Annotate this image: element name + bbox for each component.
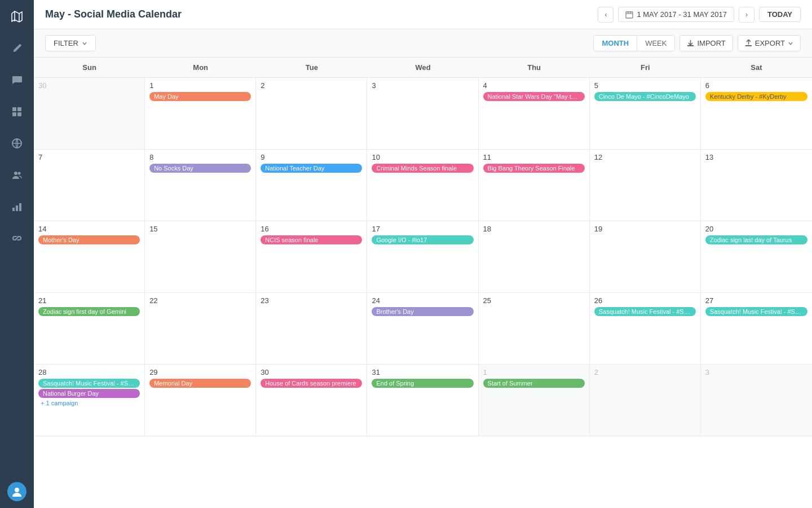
calendar-cell: 10Criminal Minds Season finale — [367, 150, 478, 221]
event-pill[interactable]: Cinco De Mayo - #CincoDeMayo — [594, 92, 696, 101]
globe-icon[interactable] — [7, 133, 27, 154]
day-number: 24 — [372, 296, 473, 305]
export-button[interactable]: EXPORT — [738, 35, 801, 51]
top-header: May - Social Media Calendar ‹ 1 MAY 2017… — [34, 0, 812, 29]
event-pill[interactable]: Start of Summer — [483, 379, 585, 388]
event-pill[interactable]: Google I/O - #io17 — [372, 235, 473, 244]
day-header-tue: Tue — [256, 58, 367, 77]
team-icon[interactable] — [7, 165, 27, 185]
event-pill[interactable]: Mother's Day — [38, 235, 140, 244]
chart-icon[interactable] — [7, 196, 27, 217]
event-pill[interactable]: End of Spring — [372, 379, 473, 388]
date-range-label: 1 MAY 2017 - 31 MAY 2017 — [637, 10, 726, 19]
calendar: SunMonTueWedThuFriSat 301May Day234Natio… — [34, 58, 812, 508]
link-icon[interactable] — [7, 228, 27, 248]
today-button[interactable]: TODAY — [759, 7, 801, 22]
calendar-cell: 6Kentucky Derby - #KyDerby — [701, 78, 812, 150]
user-avatar[interactable] — [7, 482, 27, 501]
event-pill[interactable]: Zodiac sign first day of Gemini — [38, 307, 140, 316]
calendar-cell: 23 — [256, 293, 367, 365]
event-pill[interactable]: Brother's Day — [372, 307, 473, 316]
day-number: 26 — [594, 296, 696, 305]
day-number: 21 — [38, 296, 140, 305]
svg-rect-9 — [19, 203, 21, 211]
event-pill[interactable]: National Teacher Day — [261, 164, 362, 173]
calendar-cell: 26Sasquatch! Music Festival - #Sasquatch… — [590, 293, 701, 365]
calendar-grid: 301May Day234National Star Wars Day "May… — [34, 78, 812, 508]
calendar-cell: 15 — [145, 221, 256, 293]
svg-rect-8 — [16, 205, 18, 211]
calendar-cell: 12 — [590, 150, 701, 221]
calendar-cell: 18 — [479, 221, 590, 293]
next-month-button[interactable]: › — [739, 7, 754, 23]
more-campaigns-link[interactable]: + 1 campaign — [38, 399, 140, 407]
event-pill[interactable]: NCIS season finale — [261, 235, 362, 244]
calendar-cell: 14Mother's Day — [34, 221, 145, 293]
event-pill[interactable]: House of Cards season premiere — [261, 379, 362, 388]
event-pill[interactable]: No Socks Day — [149, 164, 251, 173]
filter-button[interactable]: FILTER — [45, 35, 96, 51]
day-header-wed: Wed — [367, 58, 478, 77]
main-content: May - Social Media Calendar ‹ 1 MAY 2017… — [34, 0, 812, 508]
calendar-icon — [625, 11, 633, 19]
calendar-days-header: SunMonTueWedThuFriSat — [34, 58, 812, 78]
calendar-cell: 13 — [701, 150, 812, 221]
calendar-cell: 8No Socks Day — [145, 150, 256, 221]
day-number: 17 — [372, 225, 473, 233]
event-pill[interactable]: National Star Wars Day "May the 4th Be W… — [483, 92, 585, 101]
calendar-cell: 29Memorial Day — [145, 365, 256, 436]
event-pill[interactable]: Big Bang Theory Season Finale — [483, 164, 585, 173]
svg-rect-12 — [626, 12, 633, 18]
date-range-button[interactable]: 1 MAY 2017 - 31 MAY 2017 — [618, 7, 734, 22]
day-number: 5 — [594, 81, 696, 90]
box-icon[interactable] — [7, 102, 27, 122]
day-number: 18 — [483, 225, 585, 233]
day-number: 13 — [705, 153, 807, 161]
calendar-cell: 1May Day — [145, 78, 256, 150]
comments-icon[interactable] — [7, 70, 27, 90]
day-number: 1 — [149, 81, 251, 90]
day-header-mon: Mon — [145, 58, 256, 77]
day-number: 25 — [483, 296, 585, 305]
day-number: 3 — [372, 81, 473, 90]
day-number: 3 — [705, 368, 807, 376]
day-number: 28 — [38, 368, 140, 376]
calendar-cell: 2 — [256, 78, 367, 150]
day-number: 7 — [38, 153, 140, 161]
sidebar-logo[interactable] — [7, 7, 27, 27]
day-number: 19 — [594, 225, 696, 233]
import-icon — [687, 40, 694, 47]
event-pill[interactable]: Sasquatch! Music Festival - #Sasquatch20… — [38, 379, 140, 388]
calendar-cell: 22 — [145, 293, 256, 365]
calendar-cell: 25 — [479, 293, 590, 365]
day-number: 22 — [149, 296, 251, 305]
svg-rect-1 — [17, 107, 21, 111]
compose-icon[interactable] — [7, 38, 27, 59]
event-pill[interactable]: Kentucky Derby - #KyDerby — [705, 92, 807, 101]
prev-month-button[interactable]: ‹ — [598, 7, 614, 23]
day-number: 15 — [149, 225, 251, 233]
day-number: 4 — [483, 81, 585, 90]
day-number: 14 — [38, 225, 140, 233]
export-chevron-icon — [788, 41, 793, 46]
day-number: 6 — [705, 81, 807, 90]
calendar-cell: 9National Teacher Day — [256, 150, 367, 221]
week-view-button[interactable]: WEEK — [637, 36, 674, 51]
day-number: 1 — [483, 368, 585, 376]
import-button[interactable]: IMPORT — [679, 35, 732, 51]
event-pill[interactable]: Zodiac sign last day of Taurus — [705, 235, 807, 244]
event-pill[interactable]: Sasquatch! Music Festival - #Sasquatch20… — [705, 307, 807, 316]
svg-rect-3 — [17, 112, 21, 116]
calendar-cell: 17Google I/O - #io17 — [367, 221, 478, 293]
calendar-cell: 30 — [34, 78, 145, 150]
event-pill[interactable]: National Burger Day — [38, 389, 140, 398]
event-pill[interactable]: May Day — [149, 92, 251, 101]
day-number: 10 — [372, 153, 473, 161]
day-number: 8 — [149, 153, 251, 161]
svg-point-11 — [15, 488, 19, 492]
event-pill[interactable]: Sasquatch! Music Festival - #Sasquatch20… — [594, 307, 696, 316]
event-pill[interactable]: Memorial Day — [149, 379, 251, 388]
event-pill[interactable]: Criminal Minds Season finale — [372, 164, 473, 173]
export-icon — [745, 40, 752, 47]
month-view-button[interactable]: MONTH — [594, 36, 637, 51]
